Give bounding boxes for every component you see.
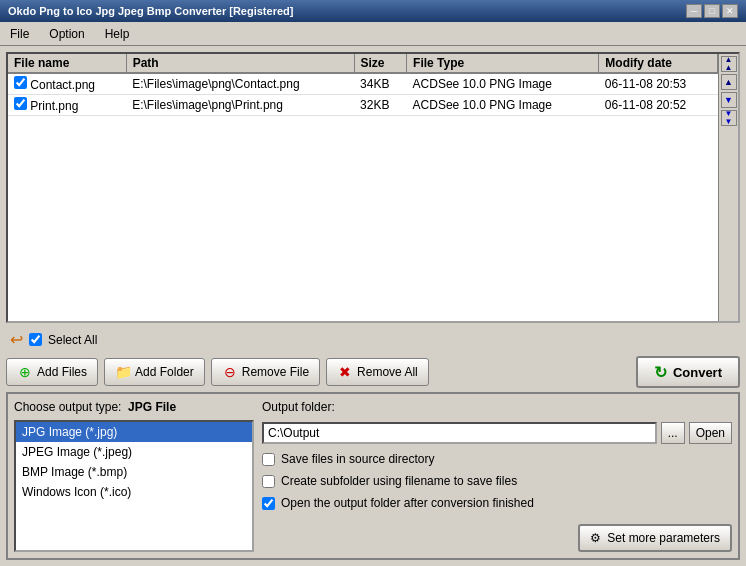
- file-list-panel: File name Path Size File Type Modify dat…: [6, 52, 740, 323]
- col-size: Size: [354, 54, 407, 73]
- scroll-up-button[interactable]: ▲: [721, 74, 737, 90]
- convert-button[interactable]: ↻ Convert: [636, 356, 740, 388]
- menu-option[interactable]: Option: [45, 26, 88, 42]
- file-type-cell: ACDSee 10.0 PNG Image: [407, 73, 599, 95]
- file-type-cell: ACDSee 10.0 PNG Image: [407, 95, 599, 116]
- save-in-source-row: Save files in source directory: [262, 452, 732, 466]
- gear-icon: ⚙: [590, 531, 601, 545]
- scroll-bottom-button[interactable]: ▼▼: [721, 110, 737, 126]
- browse-button[interactable]: ...: [661, 422, 685, 444]
- file-checkbox[interactable]: [14, 76, 27, 89]
- col-filename: File name: [8, 54, 126, 73]
- col-modifydate: Modify date: [599, 54, 718, 73]
- save-in-source-label: Save files in source directory: [281, 452, 434, 466]
- select-all-row: ↩ Select All: [6, 327, 740, 352]
- main-content: File name Path Size File Type Modify dat…: [0, 46, 746, 566]
- add-folder-label: Add Folder: [135, 365, 194, 379]
- add-folder-icon: 📁: [115, 364, 131, 380]
- title-bar: Okdo Png to Ico Jpg Jpeg Bmp Converter […: [0, 0, 746, 22]
- open-after-checkbox[interactable]: [262, 497, 275, 510]
- output-type-label: Choose output type: JPG File: [14, 400, 254, 414]
- output-type-panel: Choose output type: JPG File JPG Image (…: [14, 400, 254, 552]
- menu-help[interactable]: Help: [101, 26, 134, 42]
- list-scrollbar: ▲▲ ▲ ▼ ▼▼: [718, 54, 738, 321]
- table-row: Contact.png E:\Files\image\png\Contact.p…: [8, 73, 718, 95]
- params-btn-label: Set more parameters: [607, 531, 720, 545]
- output-type-option[interactable]: JPEG Image (*.jpeg): [16, 442, 252, 462]
- output-folder-input[interactable]: [262, 422, 657, 444]
- table-row: Print.png E:\Files\image\png\Print.png 3…: [8, 95, 718, 116]
- output-folder-panel: Output folder: ... Open Save files in so…: [262, 400, 732, 552]
- col-path: Path: [126, 54, 354, 73]
- file-checkbox[interactable]: [14, 97, 27, 110]
- file-size-cell: 34KB: [354, 73, 407, 95]
- menu-bar: File Option Help: [0, 22, 746, 46]
- remove-all-icon: ✖: [337, 364, 353, 380]
- scroll-top-button[interactable]: ▲▲: [721, 56, 737, 72]
- add-files-label: Add Files: [37, 365, 87, 379]
- remove-file-label: Remove File: [242, 365, 309, 379]
- output-type-selected: JPG File: [128, 400, 176, 414]
- open-button[interactable]: Open: [689, 422, 732, 444]
- output-type-option[interactable]: JPG Image (*.jpg): [16, 422, 252, 442]
- output-type-option[interactable]: BMP Image (*.bmp): [16, 462, 252, 482]
- toolbar-row: ⊕ Add Files 📁 Add Folder ⊖ Remove File ✖…: [6, 356, 740, 388]
- file-checkbox-cell[interactable]: Print.png: [8, 95, 126, 116]
- folder-row: ... Open: [262, 422, 732, 444]
- back-arrow-icon: ↩: [10, 330, 23, 349]
- create-subfolder-checkbox[interactable]: [262, 475, 275, 488]
- select-all-checkbox[interactable]: [29, 333, 42, 346]
- close-button[interactable]: ✕: [722, 4, 738, 18]
- window-title: Okdo Png to Ico Jpg Jpeg Bmp Converter […: [8, 5, 293, 17]
- output-type-list[interactable]: JPG Image (*.jpg)JPEG Image (*.jpeg)BMP …: [14, 420, 254, 552]
- open-after-label: Open the output folder after conversion …: [281, 496, 534, 510]
- convert-label: Convert: [673, 365, 722, 380]
- open-after-row: Open the output folder after conversion …: [262, 496, 732, 510]
- save-in-source-checkbox[interactable]: [262, 453, 275, 466]
- create-subfolder-row: Create subfolder using filename to save …: [262, 474, 732, 488]
- file-date-cell: 06-11-08 20:52: [599, 95, 718, 116]
- menu-file[interactable]: File: [6, 26, 33, 42]
- remove-file-icon: ⊖: [222, 364, 238, 380]
- output-folder-label: Output folder:: [262, 400, 732, 414]
- file-size-cell: 32KB: [354, 95, 407, 116]
- window-controls: ─ □ ✕: [686, 4, 738, 18]
- minimize-button[interactable]: ─: [686, 4, 702, 18]
- file-path-cell: E:\Files\image\png\Print.png: [126, 95, 354, 116]
- output-type-option[interactable]: Windows Icon (*.ico): [16, 482, 252, 502]
- remove-file-button[interactable]: ⊖ Remove File: [211, 358, 320, 386]
- add-files-icon: ⊕: [17, 364, 33, 380]
- select-all-label: Select All: [48, 333, 97, 347]
- col-filetype: File Type: [407, 54, 599, 73]
- maximize-button[interactable]: □: [704, 4, 720, 18]
- file-path-cell: E:\Files\image\png\Contact.png: [126, 73, 354, 95]
- file-table: File name Path Size File Type Modify dat…: [8, 54, 718, 321]
- remove-all-label: Remove All: [357, 365, 418, 379]
- bottom-section: Choose output type: JPG File JPG Image (…: [6, 392, 740, 560]
- remove-all-button[interactable]: ✖ Remove All: [326, 358, 429, 386]
- file-date-cell: 06-11-08 20:53: [599, 73, 718, 95]
- set-more-params-button[interactable]: ⚙ Set more parameters: [578, 524, 732, 552]
- convert-icon: ↻: [654, 363, 667, 382]
- add-folder-button[interactable]: 📁 Add Folder: [104, 358, 205, 386]
- file-checkbox-cell[interactable]: Contact.png: [8, 73, 126, 95]
- scroll-down-button[interactable]: ▼: [721, 92, 737, 108]
- add-files-button[interactable]: ⊕ Add Files: [6, 358, 98, 386]
- create-subfolder-label: Create subfolder using filename to save …: [281, 474, 517, 488]
